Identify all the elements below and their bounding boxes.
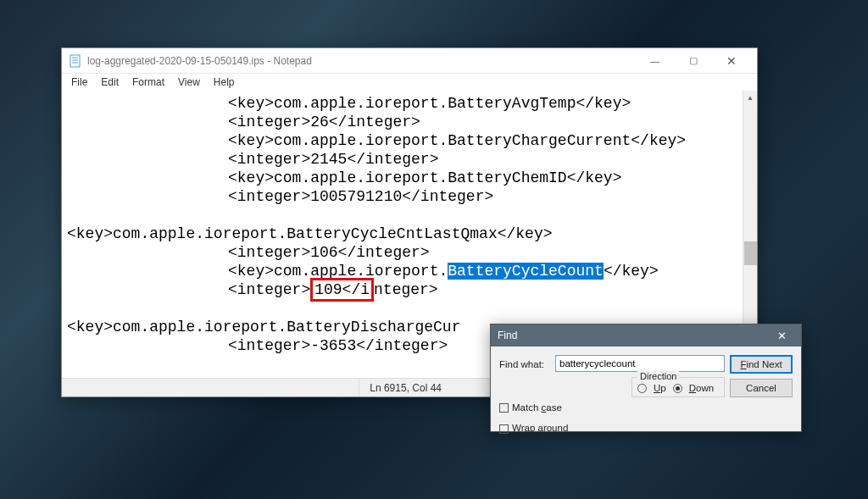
cancel-button[interactable]: Cancel [730, 379, 793, 397]
text-line: <key>com.apple.ioreport. [228, 263, 448, 280]
find-titlebar[interactable]: Find ✕ [491, 324, 801, 347]
maximize-button[interactable]: ▢ [674, 48, 712, 73]
wrap-around-row[interactable]: Wrap around [499, 423, 725, 433]
menu-help[interactable]: Help [208, 75, 241, 89]
text-line: <key>com.apple.ioreport.BatteryChemID</k… [228, 169, 621, 186]
text-line: <integer>26</integer> [228, 114, 420, 130]
text-line: nteger> [374, 281, 438, 298]
match-case-checkbox[interactable] [499, 403, 509, 413]
window-title: log-aggregated-2020-09-15-050149.ips - N… [87, 55, 636, 67]
menu-edit[interactable]: Edit [95, 75, 125, 89]
find-next-button[interactable]: FFind Nextind Next [730, 355, 793, 374]
window-controls: — ▢ ✕ [636, 48, 750, 73]
text-line: <key>com.apple.ioreport.BatteryCycleCntL… [67, 225, 553, 242]
find-title: Find [498, 330, 769, 341]
text-line: <integer>106</integer> [228, 244, 430, 261]
find-what-label: Find what: [499, 359, 550, 369]
text-line: <key>com.apple.ioreport.BatteryDischarge… [67, 319, 460, 335]
direction-group: Direction Up Down [632, 377, 725, 397]
radio-up[interactable] [637, 384, 647, 393]
find-dialog: Find ✕ Find what: FFind Nextind Next Dir… [490, 324, 802, 432]
minimize-button[interactable]: — [636, 48, 674, 73]
wrap-around-checkbox[interactable] [499, 424, 509, 434]
text-line: <integer>-3653</integer> [228, 337, 448, 354]
text-line: <integer> [228, 281, 310, 298]
menu-file[interactable]: File [65, 75, 93, 89]
menu-view[interactable]: View [172, 75, 206, 89]
radio-down-label: Down [689, 383, 714, 393]
radio-down[interactable] [673, 384, 682, 393]
find-body: Find what: FFind Nextind Next Direction … [491, 347, 801, 442]
find-close-button[interactable]: ✕ [769, 324, 794, 347]
match-case-row[interactable]: Match case [499, 402, 725, 413]
status-position: Ln 6915, Col 44 [359, 379, 452, 396]
highlight-box: 109</i [310, 278, 374, 302]
direction-legend: Direction [637, 371, 679, 381]
editor-content[interactable]: <key>com.apple.ioreport.BatteryAvgTemp</… [62, 91, 757, 358]
text-line: <integer>2145</integer> [228, 151, 438, 168]
text-line: </key> [604, 263, 659, 280]
menu-format[interactable]: Format [126, 75, 170, 89]
menubar: File Edit Format View Help [62, 74, 757, 91]
titlebar[interactable]: log-aggregated-2020-09-15-050149.ips - N… [62, 48, 757, 74]
selected-text: BatteryCycleCount [448, 263, 604, 280]
svg-rect-0 [70, 55, 80, 67]
text-line: <integer>1005791210</integer> [228, 188, 493, 205]
scroll-up-arrow-icon[interactable]: ▲ [743, 91, 757, 105]
find-what-input[interactable] [555, 355, 725, 372]
scroll-thumb[interactable] [744, 241, 757, 265]
radio-up-label: Up [654, 383, 666, 393]
text-line: <key>com.apple.ioreport.BatteryAvgTemp</… [228, 95, 631, 112]
close-button[interactable]: ✕ [712, 48, 750, 73]
text-line: <key>com.apple.ioreport.BatteryChargeCur… [228, 132, 686, 149]
notepad-icon [69, 54, 82, 68]
